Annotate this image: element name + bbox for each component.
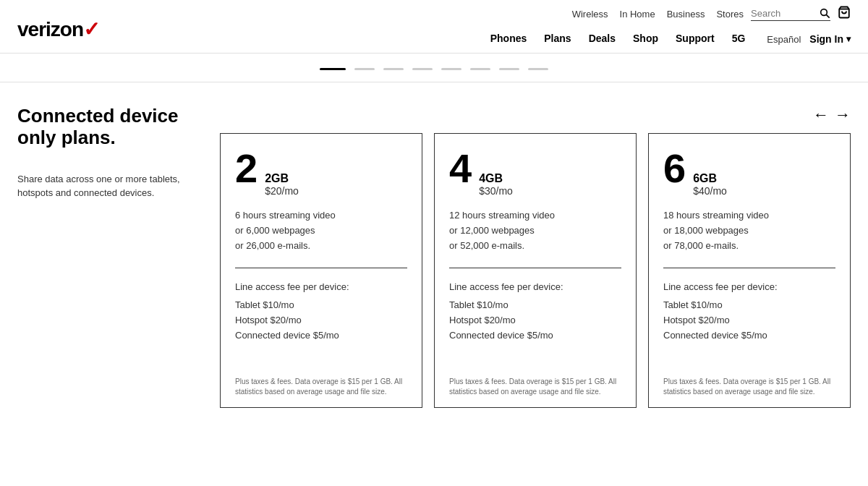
- carousel-dot-1[interactable]: [320, 68, 346, 70]
- carousel-dot-8[interactable]: [528, 68, 548, 70]
- nav-phones[interactable]: Phones: [483, 30, 535, 47]
- plan-fees-1: Line access fee per device: Tablet $10/m…: [235, 280, 407, 368]
- stores-link[interactable]: Stores: [716, 9, 744, 20]
- nav-plans[interactable]: Plans: [537, 30, 578, 47]
- section-description: Share data across one or more tablets, h…: [17, 172, 203, 200]
- nav-support[interactable]: Support: [668, 30, 722, 47]
- plan-number-3: 6: [663, 148, 686, 189]
- plan-gb-3: 6GB: [693, 172, 727, 185]
- nav-5g[interactable]: 5G: [725, 30, 753, 47]
- logo-checkmark: ✓: [83, 17, 100, 41]
- plan-divider-2: [449, 268, 621, 268]
- carousel-dot-4[interactable]: [412, 68, 433, 70]
- plan-number-2: 4: [449, 148, 472, 189]
- plan-gb-info-2: 4GB $30/mo: [479, 172, 513, 197]
- plan-fees-title-1: Line access fee per device:: [235, 280, 407, 295]
- search-input[interactable]: [751, 8, 816, 19]
- carousel-dot-6[interactable]: [470, 68, 490, 70]
- plan-gb-1: 2GB: [265, 172, 299, 185]
- cart-icon[interactable]: [838, 6, 851, 22]
- plan-fees-details-2: Tablet $10/moHotspot $20/moConnected dev…: [449, 298, 621, 343]
- plan-gb-info-1: 2GB $20/mo: [265, 172, 299, 197]
- main-content: Connected device only plans. Share data …: [0, 82, 868, 431]
- carousel-dot-5[interactable]: [441, 68, 461, 70]
- svg-line-1: [826, 14, 829, 17]
- plan-fine-print-1: Plus taxes & fees. Data overage is $15 p…: [235, 368, 407, 397]
- plans-grid: 2 2GB $20/mo 6 hours streaming videoor 6…: [220, 133, 851, 408]
- plan-fees-3: Line access fee per device: Tablet $10/m…: [663, 280, 835, 368]
- top-links-left: Wireless In Home Business: [572, 9, 705, 20]
- carousel-dot-2[interactable]: [354, 68, 375, 70]
- site-header: verizon✓ Wireless In Home Business Store…: [0, 0, 868, 54]
- plan-price-1: $20/mo: [265, 185, 299, 197]
- signin-button[interactable]: Sign In ▾: [809, 33, 851, 45]
- chevron-down-icon: ▾: [846, 34, 851, 44]
- plan-gb-2: 4GB: [479, 172, 513, 185]
- carousel-dot-3[interactable]: [383, 68, 404, 70]
- plan-fine-print-2: Plus taxes & fees. Data overage is $15 p…: [449, 368, 621, 397]
- plan-card-1: 2 2GB $20/mo 6 hours streaming videoor 6…: [220, 133, 422, 408]
- plan-fees-title-3: Line access fee per device:: [663, 280, 835, 295]
- next-arrow-button[interactable]: →: [835, 106, 851, 124]
- main-nav: Phones Plans Deals Shop Support 5G: [483, 25, 753, 53]
- plan-header-1: 2 2GB $20/mo: [235, 148, 407, 197]
- plan-divider-3: [663, 268, 835, 268]
- plan-features-3: 18 hours streaming videoor 18,000 webpag…: [663, 208, 835, 253]
- plan-fees-title-2: Line access fee per device:: [449, 280, 621, 295]
- business-link[interactable]: Business: [667, 9, 705, 20]
- top-links: Wireless In Home Business Stores: [572, 6, 851, 22]
- top-nav-right: Wireless In Home Business Stores: [483, 6, 851, 53]
- title-row: Connected device only plans.: [17, 106, 203, 161]
- nav-bottom-row: Phones Plans Deals Shop Support 5G Españ…: [483, 25, 851, 53]
- section-title: Connected device only plans.: [17, 106, 203, 149]
- plan-card-3: 6 6GB $40/mo 18 hours streaming videoor …: [648, 133, 851, 408]
- plan-fine-print-3: Plus taxes & fees. Data overage is $15 p…: [663, 368, 835, 397]
- plan-price-2: $30/mo: [479, 185, 513, 197]
- left-section: Connected device only plans. Share data …: [17, 106, 220, 408]
- plan-card-2: 4 4GB $30/mo 12 hours streaming videoor …: [434, 133, 637, 408]
- carousel-dots: [0, 54, 868, 82]
- search-icon[interactable]: [819, 7, 830, 19]
- plan-divider-1: [235, 268, 407, 268]
- plan-price-3: $40/mo: [693, 185, 727, 197]
- logo-text: verizon: [17, 18, 83, 41]
- plan-gb-info-3: 6GB $40/mo: [693, 172, 727, 197]
- plan-number-1: 2: [235, 148, 258, 189]
- plan-fees-details-3: Tablet $10/moHotspot $20/moConnected dev…: [663, 298, 835, 343]
- plan-features-1: 6 hours streaming videoor 6,000 webpages…: [235, 208, 407, 253]
- plan-header-2: 4 4GB $30/mo: [449, 148, 621, 197]
- espanol-link[interactable]: Español: [767, 34, 801, 45]
- carousel-dot-7[interactable]: [499, 68, 519, 70]
- prev-arrow-button[interactable]: ←: [813, 106, 829, 124]
- nav-arrows: ← →: [813, 106, 851, 124]
- search-container: [751, 7, 830, 21]
- logo[interactable]: verizon✓: [17, 17, 100, 41]
- plan-features-2: 12 hours streaming videoor 12,000 webpag…: [449, 208, 621, 253]
- plan-fees-2: Line access fee per device: Tablet $10/m…: [449, 280, 621, 368]
- nav-shop[interactable]: Shop: [626, 30, 665, 47]
- svg-point-0: [821, 9, 827, 16]
- plan-fees-details-1: Tablet $10/moHotspot $20/moConnected dev…: [235, 298, 407, 343]
- in-home-link[interactable]: In Home: [620, 9, 655, 20]
- nav-deals[interactable]: Deals: [582, 30, 623, 47]
- plan-header-3: 6 6GB $40/mo: [663, 148, 835, 197]
- right-section: ← → 2 2GB $20/mo 6 hours streaming video…: [220, 106, 851, 408]
- wireless-link[interactable]: Wireless: [572, 9, 608, 20]
